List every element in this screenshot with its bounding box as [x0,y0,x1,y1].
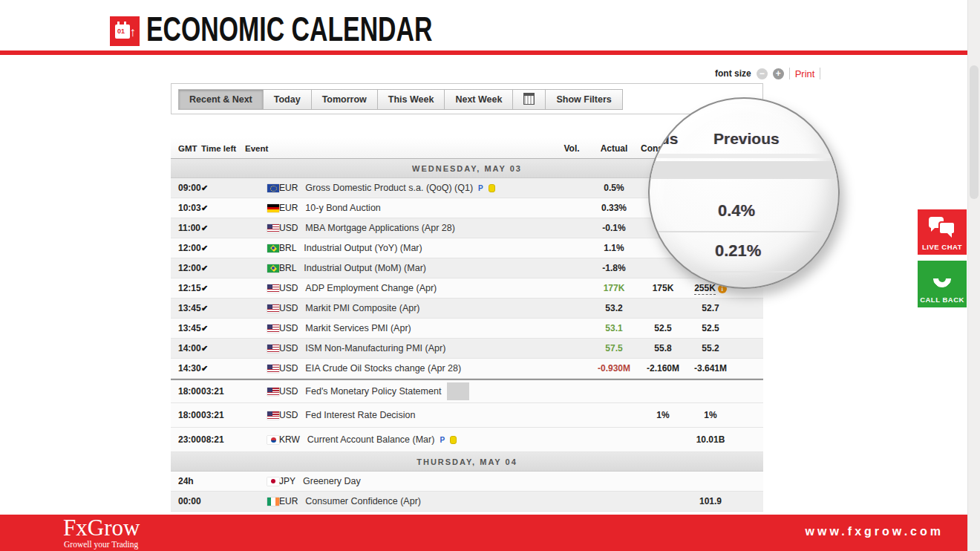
table-row[interactable]: 24h JPY Greenery Day [171,472,763,492]
event-name: Fed Interest Rate Decision [305,410,415,420]
date-label: THURSDAY, MAY 04 [171,452,763,472]
event-name: MBA Mortgage Applications (Apr 28) [305,223,455,233]
toolbar-divider [789,68,790,79]
actual-value: 0.5% [592,183,636,193]
previous-value-underlined[interactable]: 255K [694,283,716,295]
event-cell: USD MBA Mortgage Applications (Apr 28) [245,223,553,233]
scrollbar-track[interactable] [967,0,980,551]
actual-value: 177K [592,283,636,293]
time-left: ✔ [201,323,245,333]
table-row[interactable]: 23:00 08:21 KRW Current Account Balance … [171,428,763,452]
event-name: Markit Services PMI (Apr) [305,323,411,333]
table-row[interactable]: 00:00 EUR Consumer Confidence (Apr) 101.… [171,492,763,512]
completed-check-icon: ✔ [201,244,208,252]
time-left: ✔ [201,203,245,213]
flag-jp-icon [267,477,279,486]
event-cell: USD Markit Services PMI (Apr) [245,323,553,333]
note-icon [450,436,457,444]
event-name: ISM Non-Manufacturing PMI (Apr) [305,343,445,353]
event-name: Current Account Balance (Mar) [307,434,435,445]
flag-us-icon [267,411,279,420]
currency-code: USD [279,223,298,233]
font-size-decrease-button[interactable]: − [757,68,768,79]
lens-value-1: 0.4% [718,201,755,221]
page-header: 01 ↑ ECONOMIC CALENDAR [0,0,980,50]
tab-calendar-picker[interactable] [512,89,546,110]
chat-bubbles-icon [929,217,956,238]
header-vol: Vol. [553,143,590,154]
flag-ie-icon [267,498,279,506]
tab-recent-next[interactable]: Recent & Next [178,89,264,110]
currency-code: EUR [279,203,298,213]
tab-today[interactable]: Today [263,89,312,110]
table-row[interactable]: 12:15 ✔ USD ADP Employment Change (Apr) … [171,278,763,299]
event-name: Fed's Monetary Policy Statement [305,386,441,397]
event-name: Consumer Confidence (Apr) [305,496,421,506]
currency-code: EUR [279,496,298,506]
event-name: 10-y Bond Auction [305,203,380,213]
scrollbar-thumb[interactable] [970,65,979,199]
completed-check-icon: ✔ [201,364,208,373]
table-row[interactable]: 18:00 03:21 USD Fed's Monetary Policy St… [171,379,763,403]
tab-show-filters[interactable]: Show Filters [545,89,622,110]
event-name: Gross Domestic Product s.a. (QoQ) (Q1) [305,183,473,193]
table-row[interactable]: 18:00 03:21 USD Fed Interest Rate Decisi… [171,403,763,428]
tab-this-week[interactable]: This Week [377,89,445,110]
consensus-value: 52.5 [641,323,685,333]
event-cell: EUR 10-y Bond Auction [245,203,553,213]
event-name: Industrial Output (MoM) (Mar) [304,263,426,273]
gmt-time: 12:00 [171,263,201,273]
previous-value: 55.2 [688,343,733,353]
call-back-label: CALL BACK [918,296,967,304]
table-row[interactable]: 13:45 ✔ USD Markit Services PMI (Apr) 53… [171,319,763,339]
currency-code: USD [279,283,298,293]
previous-value: 1% [688,410,733,420]
event-cell: USD Fed Interest Rate Decision [245,410,553,420]
footer-website-link[interactable]: www.fxgrow.com [806,525,944,538]
preliminary-badge: P [440,436,445,444]
table-row[interactable]: 14:30 ✔ USD EIA Crude Oil Stocks change … [171,359,763,379]
lens-header-previous: Previous [713,130,780,148]
time-left: ✔ [201,283,245,293]
tab-tomorrow[interactable]: Tomorrow [311,89,378,110]
event-cell: EUR Consumer Confidence (Apr) [245,496,553,506]
gmt-time: 18:00 [171,386,201,397]
table-row[interactable]: 14:00 ✔ USD ISM Non-Manufacturing PMI (A… [171,339,763,359]
previous-value: 52.7 [688,303,733,313]
call-back-button[interactable]: CALL BACK [918,261,967,307]
gmt-time: 13:45 [171,303,201,313]
live-chat-button[interactable]: LIVE CHAT [918,209,967,255]
currency-code: USD [279,363,298,374]
font-size-increase-button[interactable]: + [773,68,784,79]
currency-code: USD [279,303,298,313]
date-separator-row: THURSDAY, MAY 04 [171,452,763,472]
actual-value: 57.5 [592,343,636,353]
consensus-value: 175K [641,283,685,293]
actual-value: 53.2 [592,303,636,313]
previous-value: -3.641M [688,363,733,374]
flag-kr-icon [267,436,279,444]
header-time-left: Time left [201,144,245,153]
time-left: 08:21 [201,434,245,445]
consensus-value: 55.8 [641,343,685,353]
flag-eu-icon [267,184,279,192]
header-actual: Actual [592,143,636,154]
event-cell: BRL Industrial Output (YoY) (Mar) [245,243,553,253]
time-left: 03:21 [201,386,245,397]
completed-check-icon: ✔ [201,324,208,333]
tab-next-week[interactable]: Next Week [444,89,513,110]
flag-us-icon [267,345,279,353]
gmt-time: 18:00 [171,410,201,420]
flag-de-icon [267,204,279,212]
table-row[interactable]: 13:45 ✔ USD Markit PMI Composite (Apr) 5… [171,299,763,319]
actual-value: -0.1% [592,223,636,233]
gmt-time: 24h [171,476,201,486]
table-row[interactable]: 12:00 ✔ BRL Industrial Output (MoM) (Mar… [171,258,763,278]
completed-check-icon: ✔ [201,284,208,293]
lens-value-2: 0.21% [715,241,761,261]
flag-us-icon [267,284,279,293]
live-chat-label: LIVE CHAT [918,243,967,251]
print-link[interactable]: Print [795,68,815,79]
flag-us-icon [267,388,279,396]
time-left: ✔ [201,343,245,353]
